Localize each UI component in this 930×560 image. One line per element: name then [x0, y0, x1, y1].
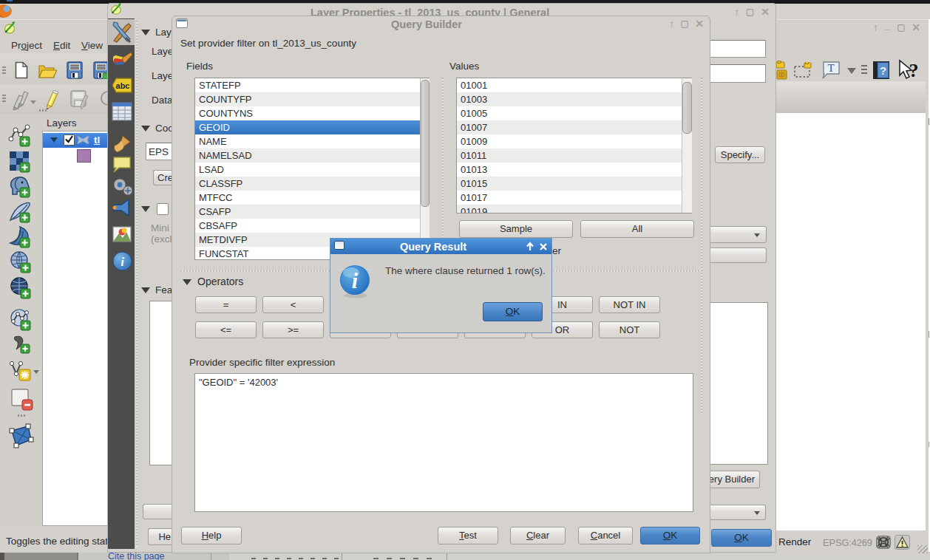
- svg-text:?: ?: [909, 60, 919, 81]
- svg-text:abc: abc: [116, 81, 130, 90]
- svg-text:i: i: [121, 255, 124, 269]
- svg-text:?: ?: [880, 64, 886, 77]
- svg-text:T: T: [827, 62, 834, 74]
- svg-text:i: i: [352, 268, 359, 293]
